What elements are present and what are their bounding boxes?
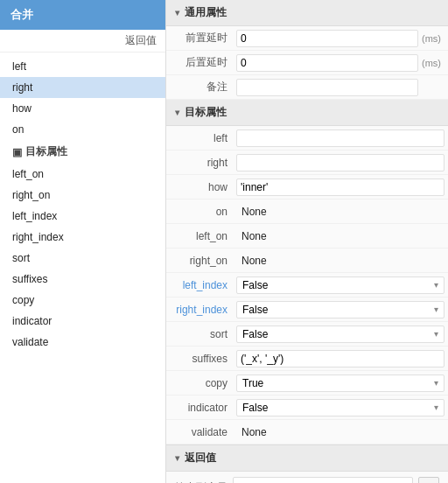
sidebar-item-how[interactable]: how (0, 98, 165, 119)
right-panel: ▾ 通用属性 前置延时 (ms) 后置延时 (ms) 备注 ▾ 目标属性 lef… (166, 0, 448, 483)
prop-label-left_index: left_index (166, 279, 236, 291)
sidebar-item-right_index[interactable]: right_index (0, 227, 165, 248)
section-general: ▾ 通用属性 (166, 0, 448, 26)
return-output-row: 输出到变量 ƒx (166, 472, 448, 483)
copy-chevron-icon: ▾ (434, 378, 438, 388)
section-general-title: 通用属性 (185, 5, 227, 20)
sidebar-item-left[interactable]: left (0, 56, 165, 77)
prop-label-remark: 备注 (166, 80, 236, 94)
prop-row-sort: sort False ▾ (166, 322, 448, 346)
panel-title: 合并 (0, 0, 165, 30)
section-target: ▾ 目标属性 (166, 100, 448, 126)
sidebar-item-validate[interactable]: validate (0, 332, 165, 353)
prop-label-left: left (166, 132, 236, 144)
prop-row-suffixes: suffixes (166, 346, 448, 371)
suffixes-input-box[interactable] (236, 350, 444, 368)
section-target-title: 目标属性 (185, 105, 227, 120)
fx-button[interactable]: ƒx (418, 477, 439, 483)
prop-row-validate: validate None (166, 420, 448, 444)
prop-label-suffixes: suffixes (166, 353, 236, 365)
section-general-chevron: ▾ (175, 8, 179, 18)
validate-value: None (236, 424, 448, 441)
sidebar-group-target: ▣ 目标属性 (0, 140, 165, 164)
left_index-select-value: False (242, 279, 268, 291)
sidebar-item-suffixes[interactable]: suffixes (0, 269, 165, 290)
prop-row-left_index: left_index False ▾ (166, 273, 448, 298)
left-input-box[interactable] (236, 130, 444, 147)
right_index-select-value: False (242, 304, 268, 316)
prop-label-copy: copy (166, 377, 236, 389)
prop-row-post-delay: 后置延时 (ms) (166, 51, 448, 75)
copy-select[interactable]: True ▾ (236, 374, 444, 392)
sort-chevron-icon: ▾ (434, 329, 438, 339)
left-input[interactable] (237, 130, 444, 146)
pre-delay-input[interactable] (237, 31, 417, 46)
prop-label-indicator: indicator (166, 402, 236, 414)
prop-row-left_on: left_on None (166, 224, 448, 248)
sidebar-item-copy[interactable]: copy (0, 290, 165, 311)
sidebar-item-left_on[interactable]: left_on (0, 164, 165, 185)
prop-label-pre-delay: 前置延时 (166, 31, 236, 46)
how-input[interactable] (237, 179, 444, 195)
section-return-chevron: ▾ (175, 453, 179, 463)
prop-label-how: how (166, 181, 236, 193)
section-return: ▾ 返回值 (166, 444, 448, 472)
pre-delay-unit: (ms) (422, 33, 448, 44)
prop-label-right_on: right_on (166, 255, 236, 267)
prop-row-right_index: right_index False ▾ (166, 298, 448, 322)
right-input-box[interactable] (236, 154, 444, 172)
sort-select[interactable]: False ▾ (236, 326, 444, 343)
remark-input-box[interactable] (236, 79, 418, 96)
prop-row-how: how (166, 175, 448, 200)
prop-row-right: right (166, 150, 448, 175)
indicator-select-value: False (242, 402, 268, 414)
left-list: left right how on ▣ 目标属性 left_on right_o… (0, 52, 165, 483)
left_index-chevron-icon: ▾ (434, 280, 438, 290)
prop-label-validate: validate (166, 426, 236, 438)
prop-label-right_index: right_index (166, 304, 236, 316)
sidebar-item-on[interactable]: on (0, 119, 165, 140)
indicator-select[interactable]: False ▾ (236, 399, 444, 416)
sidebar-item-left_index[interactable]: left_index (0, 206, 165, 227)
group-collapse-icon: ▣ (12, 146, 22, 158)
prop-row-right_on: right_on None (166, 248, 448, 273)
post-delay-unit: (ms) (422, 58, 448, 68)
sidebar-item-right_on[interactable]: right_on (0, 185, 165, 206)
output-variable-input[interactable] (233, 477, 413, 483)
right_index-chevron-icon: ▾ (434, 304, 438, 314)
prop-row-pre-delay: 前置延时 (ms) (166, 26, 448, 51)
prop-label-sort: sort (166, 328, 236, 340)
return-label: 返回值 (125, 33, 157, 48)
right_on-value: None (236, 252, 448, 270)
right_index-select[interactable]: False ▾ (236, 301, 444, 318)
prop-label-right: right (166, 157, 236, 169)
prop-row-indicator: indicator False ▾ (166, 396, 448, 420)
left_index-select[interactable]: False ▾ (236, 276, 444, 294)
prop-label-post-delay: 后置延时 (166, 55, 236, 70)
post-delay-input-box[interactable] (236, 54, 418, 72)
prop-row-left: left (166, 126, 448, 150)
prop-label-left_on: left_on (166, 230, 236, 242)
sidebar-item-right[interactable]: right (0, 77, 165, 98)
group-label: 目标属性 (25, 144, 67, 159)
prop-row-on: on None (166, 200, 448, 224)
sidebar-item-indicator[interactable]: indicator (0, 311, 165, 332)
return-label-row: 返回值 (0, 30, 165, 52)
how-input-box[interactable] (236, 178, 444, 196)
pre-delay-input-box[interactable] (236, 30, 418, 47)
sidebar-item-sort[interactable]: sort (0, 248, 165, 269)
right-input[interactable] (237, 155, 444, 171)
remark-input[interactable] (237, 80, 417, 95)
section-return-title: 返回值 (185, 451, 216, 466)
prop-row-copy: copy True ▾ (166, 371, 448, 396)
section-target-chevron: ▾ (175, 108, 179, 117)
left_on-value: None (236, 228, 448, 245)
on-value: None (236, 203, 448, 220)
post-delay-input[interactable] (237, 55, 417, 71)
suffixes-input[interactable] (237, 351, 444, 367)
output-variable-label: 输出到变量 (175, 480, 228, 484)
prop-row-remark: 备注 (166, 75, 448, 100)
left-panel: 合并 返回值 left right how on ▣ 目标属性 left_on … (0, 0, 166, 483)
sort-select-value: False (242, 328, 268, 340)
prop-label-on: on (166, 206, 236, 218)
